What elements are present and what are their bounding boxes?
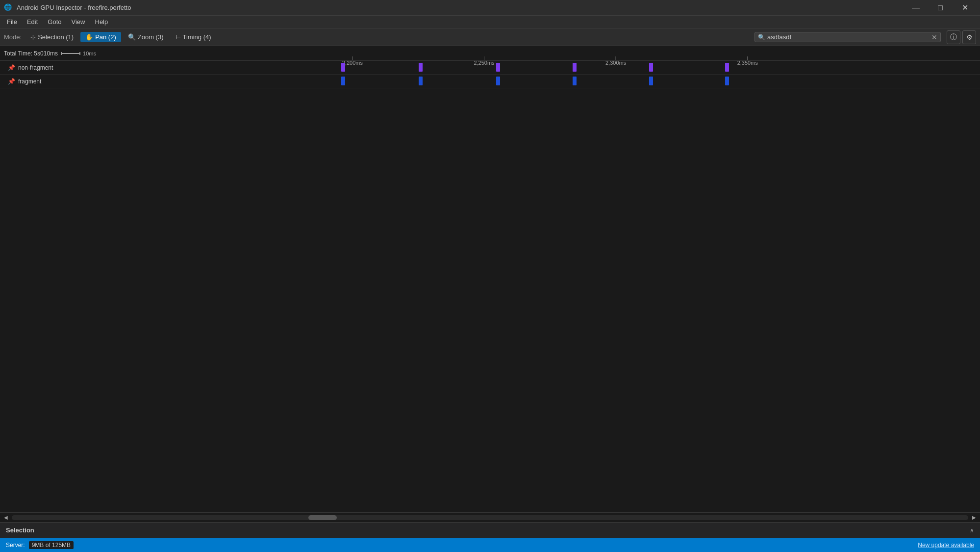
- timeline-header: Total Time: 5s010ms 10ms 2,200ms 2,250ms…: [0, 46, 980, 61]
- mode-pan-label: Pan (2): [95, 33, 116, 41]
- fragment-pin-icon: 📌: [8, 78, 15, 85]
- fragment-block-1: [341, 77, 345, 85]
- update-link[interactable]: New update available: [918, 542, 974, 549]
- scroll-right-button[interactable]: ▶: [970, 514, 978, 522]
- fragment-block-4: [573, 77, 577, 85]
- mode-bar: Mode: ⊹ Selection (1) ✋ Pan (2) 🔍 Zoom (…: [0, 28, 980, 46]
- selection-header[interactable]: Selection ∧: [0, 523, 980, 538]
- search-icon: 🔍: [758, 34, 765, 41]
- title-bar: 🌐 Android GPU Inspector - freefire.perfe…: [0, 0, 980, 16]
- menu-help[interactable]: Help: [90, 16, 113, 28]
- timeline-area: Total Time: 5s010ms 10ms 2,200ms 2,250ms…: [0, 46, 980, 522]
- server-value: 9MB of 125MB: [29, 541, 74, 549]
- menu-bar: File Edit Goto View Help: [0, 16, 980, 28]
- timing-icon: ⊢: [176, 33, 181, 41]
- fragment-canvas[interactable]: [157, 75, 980, 88]
- menu-edit[interactable]: Edit: [22, 16, 43, 28]
- info-button[interactable]: ⓘ: [947, 30, 960, 44]
- track-row-fragment: 📌 fragment: [0, 75, 980, 88]
- menu-goto[interactable]: Goto: [43, 16, 66, 28]
- total-time-label: Total Time: 5s010ms: [4, 50, 58, 57]
- fragment-block-5: [649, 77, 653, 85]
- search-input[interactable]: [767, 33, 930, 41]
- mode-zoom-label: Zoom (3): [138, 33, 164, 41]
- scrollbar-thumb[interactable]: [308, 515, 337, 520]
- maximize-button[interactable]: □: [929, 0, 952, 16]
- mode-label: Mode:: [4, 33, 22, 41]
- app-icon: 🌐: [4, 3, 13, 12]
- track-row-non-fragment: 📌 non-fragment: [0, 61, 980, 75]
- non-fragment-pin-icon: 📌: [8, 64, 15, 71]
- fragment-block-2: [419, 77, 423, 85]
- minimize-button[interactable]: —: [905, 0, 927, 16]
- menu-file[interactable]: File: [2, 16, 22, 28]
- mode-zoom[interactable]: 🔍 Zoom (3): [123, 32, 169, 42]
- server-label: Server:: [6, 542, 25, 549]
- mode-selection-label: Selection (1): [38, 33, 74, 41]
- window-controls: — □ ✕: [905, 0, 976, 16]
- scale-line: [61, 53, 80, 54]
- scale-indicator: 10ms: [61, 51, 96, 56]
- search-clear-button[interactable]: ✕: [931, 34, 937, 41]
- scale-label: 10ms: [83, 51, 96, 56]
- mode-pan[interactable]: ✋ Pan (2): [80, 32, 121, 42]
- track-label-fragment: 📌 fragment: [0, 78, 157, 85]
- scrollbar-track[interactable]: [12, 515, 968, 520]
- chevron-icon: ∧: [970, 527, 974, 534]
- mode-selection[interactable]: ⊹ Selection (1): [25, 32, 78, 42]
- non-fragment-block-5: [649, 63, 653, 72]
- pan-icon: ✋: [85, 33, 93, 41]
- non-fragment-block-1: [341, 63, 345, 72]
- timeline-total: Total Time: 5s010ms 10ms: [0, 50, 157, 57]
- mode-timing-label: Timing (4): [183, 33, 211, 41]
- selection-icon: ⊹: [30, 33, 36, 41]
- mode-timing[interactable]: ⊢ Timing (4): [171, 32, 216, 42]
- search-box: 🔍 ✕: [754, 32, 941, 42]
- track-label-non-fragment: 📌 non-fragment: [0, 64, 157, 71]
- non-fragment-block-6: [725, 63, 729, 72]
- settings-button[interactable]: ⚙: [962, 30, 976, 44]
- horizontal-scrollbar[interactable]: ◀ ▶: [0, 512, 980, 522]
- non-fragment-label: non-fragment: [18, 64, 53, 71]
- menu-view[interactable]: View: [67, 16, 90, 28]
- status-bar: Server: 9MB of 125MB New update availabl…: [0, 538, 980, 552]
- empty-timeline-space: [0, 88, 980, 512]
- fragment-block-3: [496, 77, 500, 85]
- fragment-label: fragment: [18, 78, 41, 85]
- bottom-panel: Selection ∧: [0, 522, 980, 538]
- selection-title: Selection: [6, 526, 970, 534]
- fragment-block-6: [725, 77, 729, 85]
- non-fragment-canvas[interactable]: [157, 61, 980, 74]
- app-title: Android GPU Inspector - freefire.perfett…: [17, 4, 901, 11]
- mode-icon-buttons: ⓘ ⚙: [947, 30, 976, 44]
- scroll-left-button[interactable]: ◀: [2, 514, 10, 522]
- non-fragment-block-2: [419, 63, 423, 72]
- zoom-icon: 🔍: [128, 33, 136, 41]
- non-fragment-block-3: [496, 63, 500, 72]
- close-button[interactable]: ✕: [954, 0, 976, 16]
- non-fragment-block-4: [573, 63, 577, 72]
